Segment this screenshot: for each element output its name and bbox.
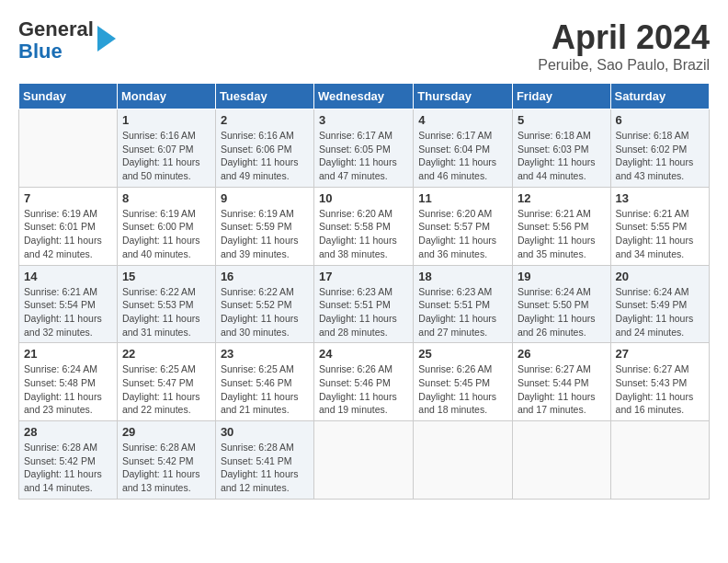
- day-header-thursday: Thursday: [414, 84, 513, 109]
- calendar-cell: [19, 109, 118, 188]
- day-number: 25: [418, 347, 507, 361]
- logo-line2: Blue: [18, 40, 94, 63]
- day-number: 21: [24, 347, 112, 361]
- header-row: SundayMondayTuesdayWednesdayThursdayFrid…: [19, 84, 710, 109]
- day-number: 15: [122, 270, 210, 283]
- day-number: 12: [518, 191, 606, 205]
- calendar-cell: 15Sunrise: 6:22 AMSunset: 5:53 PMDayligh…: [117, 265, 215, 343]
- calendar-table: SundayMondayTuesdayWednesdayThursdayFrid…: [18, 83, 710, 500]
- calendar-cell: 14Sunrise: 6:21 AMSunset: 5:54 PMDayligh…: [19, 265, 118, 343]
- calendar-cell: 29Sunrise: 6:28 AMSunset: 5:42 PMDayligh…: [117, 421, 215, 500]
- day-number: 2: [221, 113, 309, 127]
- calendar-cell: 3Sunrise: 6:17 AMSunset: 6:05 PMDaylight…: [314, 109, 414, 188]
- calendar-cell: [314, 421, 414, 500]
- day-info: Sunrise: 6:24 AMSunset: 5:50 PMDaylight:…: [518, 285, 606, 339]
- logo-line1: General: [18, 18, 94, 40]
- calendar-cell: 5Sunrise: 6:18 AMSunset: 6:03 PMDaylight…: [512, 109, 610, 188]
- logo: General Blue: [18, 18, 116, 63]
- day-info: Sunrise: 6:22 AMSunset: 5:53 PMDaylight:…: [122, 285, 210, 339]
- day-info: Sunrise: 6:19 AMSunset: 5:59 PMDaylight:…: [221, 207, 309, 261]
- day-info: Sunrise: 6:25 AMSunset: 5:46 PMDaylight:…: [221, 362, 309, 417]
- day-number: 22: [122, 347, 210, 361]
- calendar-cell: 26Sunrise: 6:27 AMSunset: 5:44 PMDayligh…: [512, 343, 610, 421]
- day-info: Sunrise: 6:18 AMSunset: 6:03 PMDaylight:…: [518, 129, 606, 183]
- day-info: Sunrise: 6:19 AMSunset: 6:00 PMDaylight:…: [122, 207, 210, 261]
- day-number: 30: [221, 425, 309, 439]
- calendar-cell: 27Sunrise: 6:27 AMSunset: 5:43 PMDayligh…: [610, 343, 709, 421]
- calendar-cell: 13Sunrise: 6:21 AMSunset: 5:55 PMDayligh…: [610, 187, 709, 265]
- calendar-week-4: 21Sunrise: 6:24 AMSunset: 5:48 PMDayligh…: [19, 343, 710, 421]
- day-info: Sunrise: 6:16 AMSunset: 6:06 PMDaylight:…: [221, 129, 309, 183]
- day-number: 18: [418, 270, 507, 283]
- day-number: 3: [319, 113, 408, 127]
- day-info: Sunrise: 6:27 AMSunset: 5:44 PMDaylight:…: [518, 362, 606, 417]
- day-info: Sunrise: 6:24 AMSunset: 5:48 PMDaylight:…: [24, 362, 112, 417]
- calendar-cell: 8Sunrise: 6:19 AMSunset: 6:00 PMDaylight…: [117, 187, 215, 265]
- day-number: 27: [616, 347, 704, 361]
- calendar-cell: 20Sunrise: 6:24 AMSunset: 5:49 PMDayligh…: [610, 265, 709, 343]
- day-info: Sunrise: 6:25 AMSunset: 5:47 PMDaylight:…: [122, 362, 210, 417]
- day-number: 16: [221, 270, 309, 283]
- day-header-saturday: Saturday: [610, 84, 709, 109]
- calendar-cell: 7Sunrise: 6:19 AMSunset: 6:01 PMDaylight…: [19, 187, 118, 265]
- calendar-cell: 9Sunrise: 6:19 AMSunset: 5:59 PMDaylight…: [215, 187, 313, 265]
- day-header-sunday: Sunday: [19, 84, 118, 109]
- calendar-cell: 30Sunrise: 6:28 AMSunset: 5:41 PMDayligh…: [215, 421, 313, 500]
- calendar-week-2: 7Sunrise: 6:19 AMSunset: 6:01 PMDaylight…: [19, 187, 710, 265]
- calendar-cell: [414, 421, 513, 500]
- day-header-wednesday: Wednesday: [314, 84, 414, 109]
- calendar-cell: [512, 421, 610, 500]
- day-number: 29: [122, 425, 210, 439]
- day-header-tuesday: Tuesday: [215, 84, 313, 109]
- day-number: 10: [319, 191, 408, 205]
- day-info: Sunrise: 6:17 AMSunset: 6:05 PMDaylight:…: [319, 129, 408, 183]
- calendar-cell: 12Sunrise: 6:21 AMSunset: 5:56 PMDayligh…: [512, 187, 610, 265]
- day-number: 4: [418, 113, 507, 127]
- day-number: 11: [418, 191, 507, 205]
- calendar-cell: 19Sunrise: 6:24 AMSunset: 5:50 PMDayligh…: [512, 265, 610, 343]
- calendar-cell: 6Sunrise: 6:18 AMSunset: 6:02 PMDaylight…: [610, 109, 709, 188]
- day-number: 19: [518, 270, 606, 283]
- day-number: 6: [616, 113, 704, 127]
- day-info: Sunrise: 6:21 AMSunset: 5:55 PMDaylight:…: [616, 207, 704, 261]
- day-info: Sunrise: 6:20 AMSunset: 5:57 PMDaylight:…: [418, 207, 507, 261]
- calendar-cell: 23Sunrise: 6:25 AMSunset: 5:46 PMDayligh…: [215, 343, 313, 421]
- calendar-body: 1Sunrise: 6:16 AMSunset: 6:07 PMDaylight…: [19, 109, 710, 500]
- calendar-cell: 2Sunrise: 6:16 AMSunset: 6:06 PMDaylight…: [215, 109, 313, 188]
- day-number: 9: [221, 191, 309, 205]
- logo-arrow-icon: [97, 26, 116, 52]
- calendar-cell: [610, 421, 709, 500]
- day-info: Sunrise: 6:26 AMSunset: 5:46 PMDaylight:…: [319, 362, 408, 417]
- calendar-cell: 1Sunrise: 6:16 AMSunset: 6:07 PMDaylight…: [117, 109, 215, 188]
- day-info: Sunrise: 6:28 AMSunset: 5:42 PMDaylight:…: [24, 441, 112, 495]
- calendar-cell: 22Sunrise: 6:25 AMSunset: 5:47 PMDayligh…: [117, 343, 215, 421]
- day-info: Sunrise: 6:20 AMSunset: 5:58 PMDaylight:…: [319, 207, 408, 261]
- day-number: 14: [24, 270, 112, 283]
- calendar-cell: 28Sunrise: 6:28 AMSunset: 5:42 PMDayligh…: [19, 421, 118, 500]
- calendar-cell: 18Sunrise: 6:23 AMSunset: 5:51 PMDayligh…: [414, 265, 513, 343]
- calendar-subtitle: Peruibe, Sao Paulo, Brazil: [538, 57, 710, 74]
- day-info: Sunrise: 6:22 AMSunset: 5:52 PMDaylight:…: [221, 285, 309, 339]
- calendar-cell: 21Sunrise: 6:24 AMSunset: 5:48 PMDayligh…: [19, 343, 118, 421]
- day-info: Sunrise: 6:19 AMSunset: 6:01 PMDaylight:…: [24, 207, 112, 261]
- day-info: Sunrise: 6:28 AMSunset: 5:42 PMDaylight:…: [122, 441, 210, 495]
- calendar-cell: 10Sunrise: 6:20 AMSunset: 5:58 PMDayligh…: [314, 187, 414, 265]
- day-info: Sunrise: 6:21 AMSunset: 5:56 PMDaylight:…: [518, 207, 606, 261]
- day-info: Sunrise: 6:27 AMSunset: 5:43 PMDaylight:…: [616, 362, 704, 417]
- day-info: Sunrise: 6:26 AMSunset: 5:45 PMDaylight:…: [418, 362, 507, 417]
- day-info: Sunrise: 6:24 AMSunset: 5:49 PMDaylight:…: [616, 285, 704, 339]
- day-header-friday: Friday: [512, 84, 610, 109]
- calendar-week-3: 14Sunrise: 6:21 AMSunset: 5:54 PMDayligh…: [19, 265, 710, 343]
- day-number: 17: [319, 270, 408, 283]
- page-header: General Blue April 2024 Peruibe, Sao Pau…: [18, 18, 710, 74]
- calendar-cell: 4Sunrise: 6:17 AMSunset: 6:04 PMDaylight…: [414, 109, 513, 188]
- calendar-cell: 17Sunrise: 6:23 AMSunset: 5:51 PMDayligh…: [314, 265, 414, 343]
- day-number: 26: [518, 347, 606, 361]
- day-number: 5: [518, 113, 606, 127]
- title-block: April 2024 Peruibe, Sao Paulo, Brazil: [538, 18, 710, 74]
- calendar-cell: 24Sunrise: 6:26 AMSunset: 5:46 PMDayligh…: [314, 343, 414, 421]
- calendar-week-5: 28Sunrise: 6:28 AMSunset: 5:42 PMDayligh…: [19, 421, 710, 500]
- calendar-cell: 11Sunrise: 6:20 AMSunset: 5:57 PMDayligh…: [414, 187, 513, 265]
- calendar-title: April 2024: [538, 18, 710, 57]
- calendar-cell: 16Sunrise: 6:22 AMSunset: 5:52 PMDayligh…: [215, 265, 313, 343]
